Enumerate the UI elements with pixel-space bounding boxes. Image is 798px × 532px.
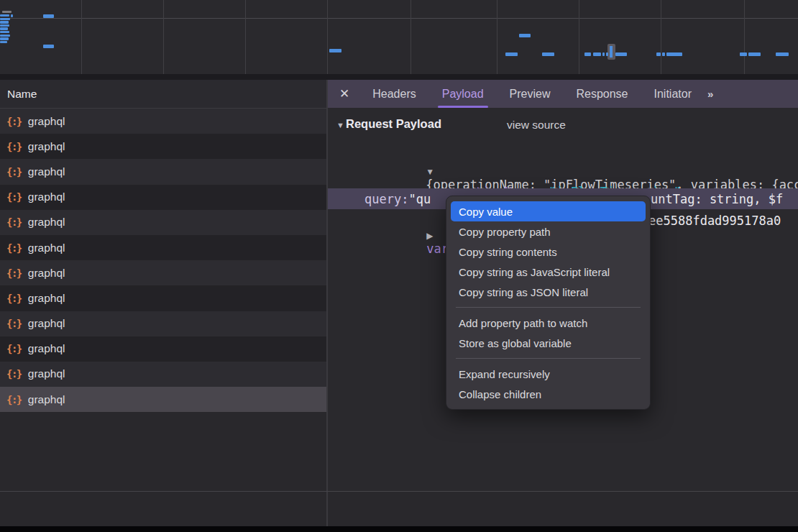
menu-item-store-as-global-variable[interactable]: Store as global variable <box>451 333 646 353</box>
request-timing-bar <box>776 52 789 56</box>
network-overview-timeline[interactable] <box>0 0 798 74</box>
request-row[interactable]: {:}graphql <box>0 362 326 387</box>
request-timing-bar <box>584 52 591 56</box>
query-value-fragment: untTag: string, $f <box>651 192 783 206</box>
request-row[interactable]: {:}graphql <box>0 210 326 235</box>
menu-item-add-property-path-to-watch[interactable]: Add property path to watch <box>451 313 646 333</box>
selected-request-marker-bar <box>610 46 613 58</box>
request-row[interactable]: {:}graphql <box>0 311 326 336</box>
request-name: graphql <box>28 140 65 153</box>
selected-request-marker <box>607 44 615 60</box>
request-row[interactable]: {:}graphql <box>0 285 326 311</box>
request-timing-bar <box>542 52 554 56</box>
request-name: graphql <box>28 115 65 128</box>
request-timing-bar <box>656 52 661 56</box>
timeline-gridline <box>163 0 164 74</box>
json-braces-icon: {:} <box>6 242 22 254</box>
request-timing-bar <box>740 52 747 56</box>
more-tabs-icon[interactable]: » <box>707 88 714 100</box>
request-timing-bar <box>0 14 9 17</box>
request-timing-bar <box>2 11 12 13</box>
request-name: graphql <box>28 342 65 355</box>
request-timing-bar <box>593 52 601 56</box>
summary-bar-divider <box>0 491 798 492</box>
timeline-gridline <box>81 0 82 74</box>
context-menu: Copy valueCopy property pathCopy string … <box>446 196 651 410</box>
menu-item-expand-recursively[interactable]: Expand recursively <box>451 364 646 384</box>
name-column-header[interactable]: Name <box>0 80 326 109</box>
request-detail-panel: ✕ HeadersPayloadPreviewResponseInitiator… <box>328 80 798 491</box>
menu-item-copy-string-as-json-literal[interactable]: Copy string as JSON literal <box>451 282 646 302</box>
menu-item-copy-property-path[interactable]: Copy property path <box>451 221 646 242</box>
timeline-gridline <box>327 0 328 74</box>
request-timing-bar <box>0 24 9 27</box>
section-title: Request Payload <box>346 117 441 131</box>
request-row[interactable]: {:}graphql <box>0 109 326 134</box>
json-braces-icon: {:} <box>6 267 22 279</box>
request-timing-bar <box>662 52 665 56</box>
devtools-network-panel: Name {:}graphql{:}graphql{:}graphql{:}gr… <box>0 0 798 532</box>
request-row[interactable]: {:}graphql <box>0 260 326 285</box>
section-collapse-icon[interactable]: ▼ <box>336 121 344 129</box>
request-name: graphql <box>28 216 65 229</box>
json-braces-icon: {:} <box>6 368 22 380</box>
request-timing-bar <box>0 41 7 43</box>
request-timing-bar <box>329 49 341 52</box>
json-braces-icon: {:} <box>6 293 22 304</box>
close-icon[interactable]: ✕ <box>339 86 349 101</box>
request-timing-bar <box>666 52 682 56</box>
bottom-bar <box>0 526 798 532</box>
property-value-start: "qu <box>408 192 431 206</box>
tab-response[interactable]: Response <box>563 80 641 108</box>
timeline-bottom-edge <box>0 74 798 80</box>
request-timing-bar <box>505 52 518 56</box>
request-name: graphql <box>28 317 65 330</box>
menu-item-copy-string-contents[interactable]: Copy string contents <box>451 242 646 262</box>
request-timing-bar <box>43 45 54 48</box>
request-name: graphql <box>28 191 65 203</box>
request-name: graphql <box>28 292 65 305</box>
request-timing-bar <box>606 52 608 56</box>
menu-separator <box>456 358 641 359</box>
menu-item-copy-value[interactable]: Copy value <box>451 201 646 221</box>
request-row[interactable]: {:}graphql <box>0 336 326 362</box>
menu-item-collapse-children[interactable]: Collapse children <box>451 384 646 404</box>
request-list-panel: Name {:}graphql{:}graphql{:}graphql{:}gr… <box>0 80 326 491</box>
request-timing-bar <box>0 21 9 23</box>
timeline-gridline <box>497 0 497 74</box>
request-row[interactable]: {:}graphql <box>0 185 326 210</box>
collapsed-arrow-icon[interactable]: ▶ <box>426 231 433 241</box>
request-row[interactable]: {:}graphql <box>0 134 326 159</box>
request-timing-bar <box>519 34 531 37</box>
request-timing-bar <box>615 52 627 56</box>
request-name: graphql <box>28 367 65 380</box>
json-braces-icon: {:} <box>6 318 22 329</box>
view-source-link[interactable]: view source <box>507 119 566 132</box>
timeline-gridline <box>661 0 661 74</box>
payload-content: ▼ Request Payload view source ▼ {operati… <box>328 108 798 491</box>
timeline-gridline <box>579 0 579 74</box>
tab-headers[interactable]: Headers <box>359 80 428 108</box>
json-braces-icon: {:} <box>6 166 22 178</box>
property-key: query <box>364 192 401 206</box>
request-row[interactable]: {:}graphql <box>0 235 326 260</box>
tabs: HeadersPayloadPreviewResponseInitiator <box>359 80 705 108</box>
json-braces-icon: {:} <box>6 343 22 354</box>
request-row[interactable]: {:}graphql <box>0 159 326 184</box>
timeline-lane-divider <box>0 18 798 19</box>
name-column-label: Name <box>7 88 37 101</box>
detail-tabbar: ✕ HeadersPayloadPreviewResponseInitiator… <box>328 80 798 108</box>
request-timing-bar <box>0 31 9 33</box>
request-row[interactable]: {:}graphql <box>0 387 326 412</box>
json-braces-icon: {:} <box>6 394 22 405</box>
tab-preview[interactable]: Preview <box>497 80 564 108</box>
request-name: graphql <box>28 393 65 406</box>
tab-payload[interactable]: Payload <box>429 80 497 108</box>
tab-initiator[interactable]: Initiator <box>641 80 705 108</box>
request-timing-bar <box>0 18 10 20</box>
variables-value-fragment: ee5588fdad995178a0 <box>648 214 781 228</box>
request-timing-bar <box>0 37 9 40</box>
key-separator: : <box>401 192 408 206</box>
request-timing-bar <box>748 52 761 56</box>
menu-item-copy-string-as-javascript-literal[interactable]: Copy string as JavaScript literal <box>451 262 646 282</box>
